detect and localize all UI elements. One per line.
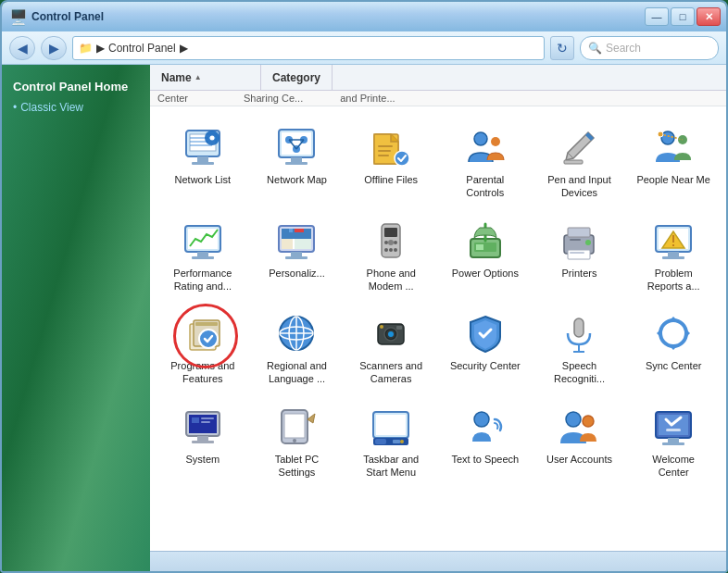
svg-rect-44 [295,239,311,249]
icon-item-people-near-me[interactable]: People Near Me [628,118,719,207]
svg-rect-36 [192,256,214,259]
icon-image-pen-input-devices [557,125,601,169]
address-end-arrow: ▶ [180,42,188,55]
svg-rect-46 [285,256,308,259]
icon-label-user-accounts: User Accounts [546,453,612,466]
sidebar: Control Panel Home •Classic View [2,65,150,571]
icon-item-system[interactable]: System [157,397,248,487]
svg-point-107 [400,440,404,443]
icon-image-people-near-me [651,125,696,169]
icon-item-phone-modem[interactable]: Phone and Modem ... [345,211,436,301]
sort-arrow-icon: ▲ [195,73,202,81]
icon-image-user-accounts [557,405,601,449]
icon-image-performance-rating [181,218,225,263]
svg-point-85 [380,325,383,329]
svg-point-110 [566,412,581,427]
sidebar-home-link[interactable]: Control Panel Home [13,80,139,93]
icon-item-speech-recognition[interactable]: Speech Recogniti... [534,304,625,393]
icon-image-tablet-pc-settings [274,405,319,449]
icon-image-phone-modem [369,218,413,263]
close-button[interactable]: ✕ [697,7,721,26]
svg-rect-5 [197,156,208,162]
icon-item-sync-center[interactable]: Sync Center [628,304,719,393]
svg-rect-20 [378,145,393,147]
search-placeholder: Search [606,42,641,55]
window-title: Control Panel [31,10,104,23]
icon-item-user-accounts[interactable]: User Accounts [534,397,625,487]
title-controls: — □ ✕ [645,7,721,26]
icons-grid: Network ListNetwork MapOffline FilesPare… [154,114,722,490]
icon-label-network-map: Network Map [267,173,327,186]
icon-item-text-to-speech[interactable]: Text to Speech [440,397,531,487]
icon-image-network-map [274,125,319,169]
svg-point-49 [388,240,394,245]
icon-image-system [181,405,225,449]
svg-rect-68 [672,244,674,246]
icon-item-security-center[interactable]: Security Center [440,304,531,393]
svg-rect-67 [672,235,674,243]
icons-scroll-area[interactable]: Network ListNetwork MapOffline FilesPare… [150,106,726,551]
svg-rect-35 [197,252,208,256]
icon-label-system: System [185,453,220,466]
icon-item-network-map[interactable]: Network Map [252,118,343,207]
icon-image-scanners-cameras [369,311,413,355]
icon-image-speech-recognition [557,311,601,355]
icon-label-welcome-center: Welcome Center [636,453,710,480]
icon-label-security-center: Security Center [450,359,521,372]
icon-image-offline-files [369,125,413,169]
svg-point-111 [583,416,594,427]
main-area: Control Panel Home •Classic View Name ▲ … [2,65,726,571]
icon-label-offline-files: Offline Files [364,173,418,186]
icon-image-regional-language [274,311,319,355]
name-column-header[interactable]: Name ▲ [150,65,261,90]
svg-rect-114 [666,429,681,431]
svg-point-50 [384,241,388,244]
icon-label-printers: Printers [562,267,597,280]
svg-rect-6 [192,162,214,165]
icon-item-programs-and-features[interactable]: Programs and Features [157,304,248,393]
icon-item-scanners-cameras[interactable]: Scanners and Cameras [345,304,436,393]
icon-item-pen-input-devices[interactable]: Pen and Input Devices [534,118,625,207]
icon-item-offline-files[interactable]: Offline Files [345,118,436,207]
minimize-button[interactable]: — [645,7,669,26]
search-box[interactable]: 🔍 Search [580,36,719,60]
icon-item-taskbar-start-menu[interactable]: Taskbar and Start Menu [345,397,436,487]
svg-point-62 [585,240,591,245]
svg-point-52 [384,248,388,252]
icon-image-personalization [274,218,319,263]
icon-item-personalization[interactable]: Personaliz... [252,211,343,301]
search-icon: 🔍 [588,42,602,55]
svg-point-23 [395,151,409,166]
icon-image-parental-controls [463,125,508,169]
icon-label-scanners-cameras: Scanners and Cameras [354,359,428,386]
svg-rect-57 [476,244,483,250]
icon-item-parental-controls[interactable]: Parental Controls [440,118,531,207]
icon-item-welcome-center[interactable]: Welcome Center [628,397,719,487]
svg-rect-41 [289,229,293,232]
icon-item-performance-rating[interactable]: Performance Rating and... [157,211,248,301]
address-separator: ▶ [96,42,105,55]
svg-rect-17 [291,157,302,162]
icon-item-regional-language[interactable]: Regional and Language ... [252,304,343,393]
icon-item-power-options[interactable]: Power Options [440,211,531,301]
icon-item-problem-reports[interactable]: Problem Reports a... [628,211,719,301]
category-column-header[interactable]: Category [261,65,333,90]
svg-rect-108 [393,440,400,443]
forward-button[interactable]: ▶ [41,36,67,60]
maximize-button[interactable]: □ [671,7,695,26]
icon-image-problem-reports [651,218,696,263]
icon-item-tablet-pc-settings[interactable]: Tablet PC Settings [252,397,343,487]
address-box[interactable]: 📁 ▶ Control Panel ▶ [72,36,545,60]
refresh-button[interactable]: ↻ [550,36,574,60]
svg-rect-42 [295,229,304,232]
icon-label-programs-and-features: Programs and Features [166,359,240,386]
sidebar-classic-view-link[interactable]: •Classic View [13,101,139,114]
icon-label-taskbar-start-menu: Taskbar and Start Menu [354,453,428,480]
status-bar [150,551,726,571]
svg-rect-27 [564,160,583,164]
back-button[interactable]: ◀ [9,36,35,60]
icon-image-power-options [463,218,508,263]
icon-item-network-list[interactable]: Network List [157,118,248,207]
icon-item-printers[interactable]: Printers [534,211,625,301]
svg-point-24 [474,132,487,145]
